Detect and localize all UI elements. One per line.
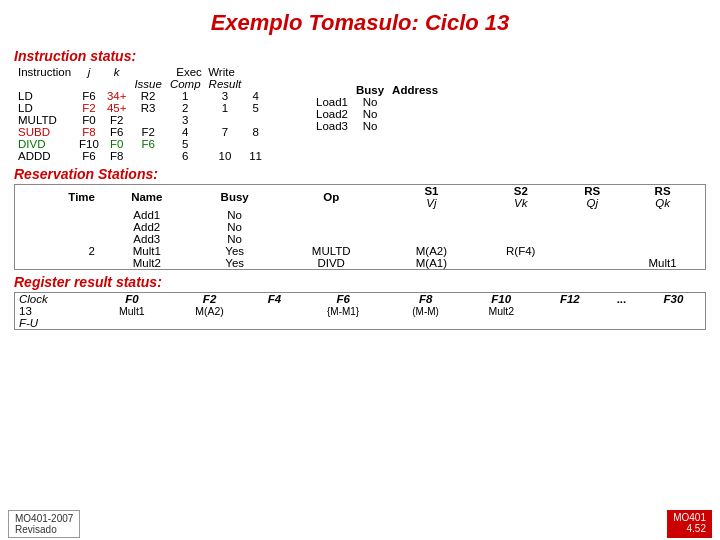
load-store-wrapper: Busy Address Load1 No Load2 No bbox=[312, 84, 442, 132]
ls-address bbox=[388, 108, 442, 120]
rs-vk: R(F4) bbox=[477, 245, 564, 257]
instr-issue-reg: F6 bbox=[130, 138, 166, 150]
reg-val-f12 bbox=[539, 305, 601, 317]
instruction-status-header: Instruction status: bbox=[14, 48, 706, 64]
rs-vk bbox=[477, 209, 564, 221]
instr-issue: 1 bbox=[166, 90, 205, 102]
reg-f4: F4 bbox=[250, 293, 299, 306]
rs-vk bbox=[477, 221, 564, 233]
instr-issue: 3 bbox=[166, 114, 205, 126]
instr-k: F8 bbox=[103, 150, 131, 162]
col-result: Result bbox=[205, 78, 246, 90]
table-row: LD F6 34+ R2 1 3 4 bbox=[14, 90, 266, 102]
instr-exec: 3 bbox=[205, 90, 246, 102]
fu-row: F-U bbox=[15, 317, 706, 330]
rs-qj bbox=[564, 209, 620, 221]
rs-name: Add3 bbox=[101, 233, 193, 245]
ls-address bbox=[388, 96, 442, 108]
col-blank3 bbox=[103, 78, 131, 90]
rs-busy: Yes bbox=[193, 257, 277, 270]
rs-qj bbox=[564, 233, 620, 245]
rs-time bbox=[15, 233, 102, 245]
instr-j: F10 bbox=[75, 138, 103, 150]
register-status-header: Register result status: bbox=[14, 274, 706, 290]
rs-qk bbox=[620, 233, 705, 245]
col-issue: Issue bbox=[130, 78, 166, 90]
col-k: k bbox=[103, 66, 131, 78]
ls-busy: No bbox=[352, 108, 388, 120]
reservation-stations-header: Reservation Stations: bbox=[14, 166, 706, 182]
rs-vk bbox=[477, 233, 564, 245]
load-store-table: Busy Address Load1 No Load2 No bbox=[312, 84, 442, 132]
instr-issue-reg: R3 bbox=[130, 102, 166, 114]
reg-clock-value: 13 bbox=[15, 305, 95, 317]
instr-write: 4 bbox=[245, 90, 266, 102]
table-row: 2 Mult1 Yes MULTD M(A2) R(F4) bbox=[15, 245, 706, 257]
instr-exec bbox=[205, 114, 246, 126]
col-exec-header: Exec Write bbox=[166, 66, 245, 78]
table-row: Load3 No bbox=[312, 120, 442, 132]
reg-val-f30 bbox=[642, 305, 706, 317]
ls-busy-header: Busy bbox=[352, 84, 388, 96]
instruction-table: Instruction j k Exec Write Issue Comp bbox=[14, 66, 266, 162]
instr-k: F2 bbox=[103, 114, 131, 126]
rs-op: MULTD bbox=[277, 245, 386, 257]
instr-j: F0 bbox=[75, 114, 103, 126]
rs-qk bbox=[620, 209, 705, 221]
instr-write bbox=[245, 114, 266, 126]
reg-val-ellipsis bbox=[601, 305, 642, 317]
reg-val-f8: (M-M) bbox=[387, 305, 464, 317]
rs-qj bbox=[564, 245, 620, 257]
table-row: SUBD F8 F6 F2 4 7 8 bbox=[14, 126, 266, 138]
instr-k: 34+ bbox=[103, 90, 131, 102]
instr-exec: 7 bbox=[205, 126, 246, 138]
instruction-status-section: Instruction status: Instruction j k Exec… bbox=[14, 48, 706, 162]
col-blank2 bbox=[75, 78, 103, 90]
instr-name: DIVD bbox=[14, 138, 75, 150]
table-row: LD F2 45+ R3 2 1 5 bbox=[14, 102, 266, 114]
ls-address bbox=[388, 120, 442, 132]
rs-vk bbox=[477, 257, 564, 270]
instr-exec bbox=[205, 138, 246, 150]
table-row: 13 Mult1 M(A2) {M-M1} (M-M) Mult2 bbox=[15, 305, 706, 317]
table-row: Add3 No bbox=[15, 233, 706, 245]
rs-time bbox=[15, 209, 102, 221]
reg-val-f4 bbox=[250, 305, 299, 317]
instr-issue: 6 bbox=[166, 150, 205, 162]
instr-exec: 1 bbox=[205, 102, 246, 114]
rs-vj bbox=[386, 221, 478, 233]
col-instruction: Instruction bbox=[14, 66, 75, 78]
bottom-right-line2: 4.52 bbox=[673, 523, 706, 534]
rs-busy: No bbox=[193, 233, 277, 245]
rs-op: DIVD bbox=[277, 257, 386, 270]
instr-j: F8 bbox=[75, 126, 103, 138]
instr-issue-reg: F2 bbox=[130, 126, 166, 138]
instr-issue-reg bbox=[130, 150, 166, 162]
bottom-right-line1: MO401 bbox=[673, 512, 706, 523]
reg-ellipsis: ... bbox=[601, 293, 642, 306]
instr-issue-reg: R2 bbox=[130, 90, 166, 102]
page-title: Exemplo Tomasulo: Ciclo 13 bbox=[0, 0, 720, 42]
rs-qk-header: RSQk bbox=[620, 185, 705, 210]
instr-name: MULTD bbox=[14, 114, 75, 126]
table-row: Mult2 Yes DIVD M(A1) Mult1 bbox=[15, 257, 706, 270]
instr-name: LD bbox=[14, 102, 75, 114]
reg-fu-blank bbox=[95, 317, 706, 330]
instr-k: F6 bbox=[103, 126, 131, 138]
instr-j: F6 bbox=[75, 90, 103, 102]
rs-busy: No bbox=[193, 221, 277, 233]
rs-name: Add1 bbox=[101, 209, 193, 221]
reg-clock-label: Clock bbox=[15, 293, 95, 306]
col-comp: Comp bbox=[166, 78, 205, 90]
ls-name: Load1 bbox=[312, 96, 352, 108]
table-row: ADDD F6 F8 6 10 11 bbox=[14, 150, 266, 162]
reg-f8: F8 bbox=[387, 293, 464, 306]
instr-issue: 5 bbox=[166, 138, 205, 150]
table-row: Add1 No bbox=[15, 209, 706, 221]
rs-time: 2 bbox=[15, 245, 102, 257]
rs-op bbox=[277, 233, 386, 245]
instr-issue-reg bbox=[130, 114, 166, 126]
reservation-stations-section: Reservation Stations: Time Name Busy Op … bbox=[14, 166, 706, 270]
rs-name: Add2 bbox=[101, 221, 193, 233]
rs-busy-header: Busy bbox=[193, 185, 277, 210]
